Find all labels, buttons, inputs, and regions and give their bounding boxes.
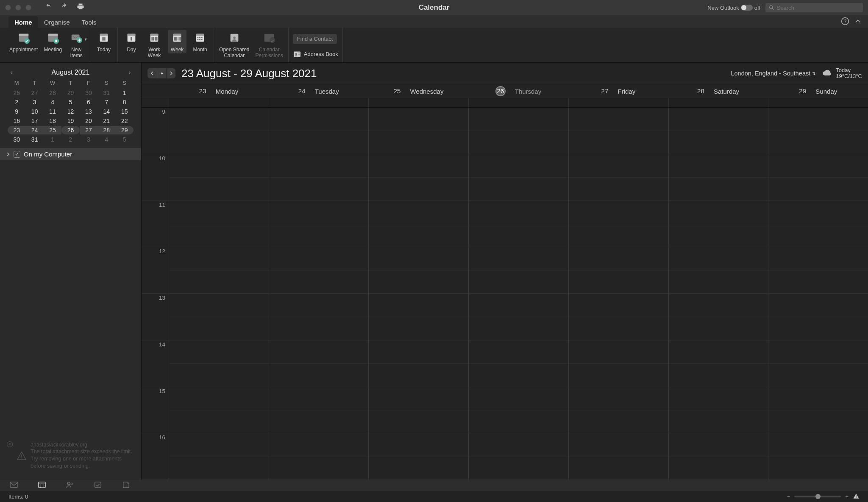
day-header[interactable]: 23Monday <box>169 84 269 98</box>
work-week-button[interactable]: Work Week <box>145 30 164 59</box>
time-slot[interactable] <box>169 294 269 340</box>
time-slot[interactable] <box>368 201 468 247</box>
mini-day[interactable]: 3 <box>80 135 97 144</box>
mini-day[interactable]: 23 <box>8 126 25 134</box>
time-slot[interactable] <box>269 247 369 293</box>
time-slot[interactable] <box>568 201 668 247</box>
time-slot[interactable] <box>169 433 269 480</box>
time-slot[interactable] <box>668 247 768 293</box>
time-slot[interactable] <box>269 154 369 201</box>
mini-day[interactable]: 29 <box>116 126 134 134</box>
prev-week-button[interactable] <box>147 68 157 78</box>
time-slot[interactable] <box>568 154 668 201</box>
time-slot[interactable] <box>269 433 369 480</box>
mini-day[interactable]: 17 <box>25 117 43 125</box>
mini-day[interactable]: 3 <box>25 98 43 106</box>
day-header[interactable]: 27Friday <box>568 84 668 98</box>
time-slot[interactable] <box>368 433 468 480</box>
mini-day[interactable]: 26 <box>61 126 79 134</box>
mini-day[interactable]: 11 <box>44 107 61 116</box>
zoom-traffic[interactable] <box>25 5 31 11</box>
time-slot[interactable] <box>468 201 568 247</box>
minimize-traffic[interactable] <box>15 5 21 11</box>
time-slot[interactable] <box>768 433 868 480</box>
zoom-out-button[interactable]: − <box>787 494 790 500</box>
today-button[interactable]: Today <box>95 30 113 53</box>
mini-day[interactable]: 2 <box>61 135 79 144</box>
zoom-slider[interactable] <box>794 496 841 497</box>
weather-widget[interactable]: Today 19°C/13°C <box>821 67 862 80</box>
meeting-button[interactable]: Meeting <box>43 30 63 53</box>
time-slot[interactable] <box>368 154 468 201</box>
mini-day[interactable]: 7 <box>97 98 115 106</box>
sync-warning-icon[interactable] <box>853 493 860 500</box>
time-slot[interactable] <box>668 433 768 480</box>
time-slot[interactable] <box>368 108 468 154</box>
time-slot[interactable] <box>568 294 668 340</box>
time-slot[interactable] <box>468 433 568 480</box>
day-header[interactable]: 29Sunday <box>768 84 868 98</box>
help-button[interactable]: ? <box>841 17 849 27</box>
calendar-module-button[interactable] <box>37 481 47 490</box>
search-box[interactable] <box>765 3 863 12</box>
day-header[interactable]: 25Wednesday <box>368 84 468 98</box>
mini-day[interactable]: 1 <box>116 89 134 97</box>
time-slot[interactable] <box>768 201 868 247</box>
address-book-button[interactable]: Address Book <box>293 51 338 58</box>
tab-organise[interactable]: Organise <box>38 16 76 28</box>
toggle-pill[interactable] <box>741 5 753 11</box>
time-slot[interactable] <box>668 340 768 387</box>
new-outlook-toggle[interactable]: New Outlook off <box>707 5 760 11</box>
location-selector[interactable]: London, England - Southeast ⇅ <box>731 70 815 77</box>
mini-day[interactable]: 28 <box>44 89 61 97</box>
mini-day[interactable]: 26 <box>8 89 25 97</box>
time-slot[interactable] <box>368 247 468 293</box>
time-slot[interactable] <box>169 154 269 201</box>
time-slot[interactable] <box>269 201 369 247</box>
mini-day[interactable]: 16 <box>8 117 25 125</box>
time-slot[interactable] <box>568 387 668 433</box>
mini-day[interactable]: 5 <box>61 98 79 106</box>
week-view-button[interactable]: Week <box>168 30 186 53</box>
time-slot[interactable] <box>668 108 768 154</box>
time-slot[interactable] <box>668 201 768 247</box>
mini-day[interactable]: 15 <box>116 107 134 116</box>
mini-day[interactable]: 22 <box>116 117 134 125</box>
mini-day[interactable]: 30 <box>80 89 97 97</box>
mini-day[interactable]: 21 <box>97 117 115 125</box>
time-slot[interactable] <box>568 340 668 387</box>
prev-month-button[interactable]: ‹ <box>8 69 15 76</box>
mini-day[interactable]: 19 <box>61 117 79 125</box>
mini-day[interactable]: 6 <box>80 98 97 106</box>
time-slot[interactable] <box>468 108 568 154</box>
mini-day[interactable]: 10 <box>25 107 43 116</box>
day-header[interactable]: 24Tuesday <box>269 84 369 98</box>
print-button[interactable] <box>76 3 85 12</box>
appointment-button[interactable]: Appointment <box>8 30 39 53</box>
time-slot[interactable] <box>668 294 768 340</box>
day-view-button[interactable]: Day <box>122 30 141 53</box>
time-slot[interactable] <box>768 154 868 201</box>
notes-module-button[interactable] <box>121 481 131 490</box>
time-slot[interactable] <box>768 294 868 340</box>
day-header[interactable]: 26Thursday <box>468 84 568 98</box>
time-slot[interactable] <box>468 247 568 293</box>
time-slot[interactable] <box>668 387 768 433</box>
mini-day[interactable]: 18 <box>44 117 61 125</box>
tab-home[interactable]: Home <box>8 16 38 28</box>
mini-day[interactable]: 14 <box>97 107 115 116</box>
time-slot[interactable] <box>468 294 568 340</box>
mini-day[interactable]: 4 <box>97 135 115 144</box>
collapse-ribbon-button[interactable] <box>854 17 862 27</box>
mini-day[interactable]: 31 <box>97 89 115 97</box>
new-items-button[interactable]: New Items ▼ <box>67 30 86 65</box>
time-slot[interactable] <box>368 294 468 340</box>
time-slot[interactable] <box>269 108 369 154</box>
mini-day[interactable]: 2 <box>8 98 25 106</box>
time-slot[interactable] <box>768 108 868 154</box>
time-slot[interactable] <box>269 294 369 340</box>
mini-day[interactable]: 31 <box>25 135 43 144</box>
month-view-button[interactable]: Month <box>191 30 209 53</box>
time-slot[interactable] <box>368 387 468 433</box>
mini-day[interactable]: 13 <box>80 107 97 116</box>
